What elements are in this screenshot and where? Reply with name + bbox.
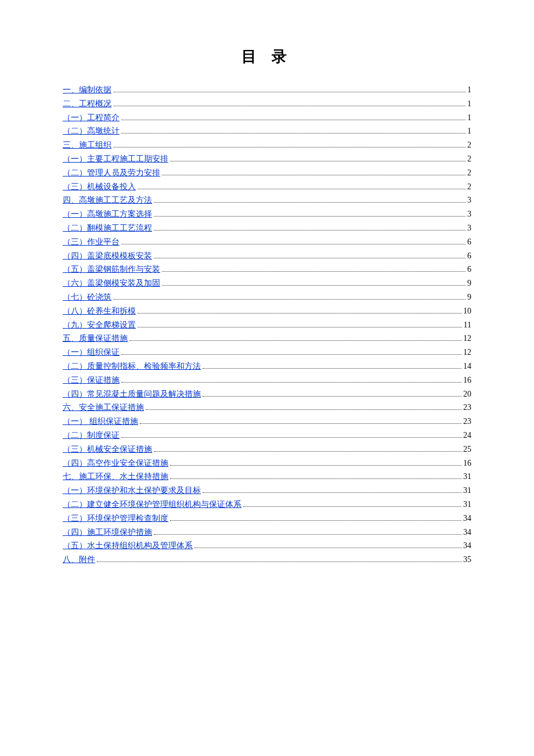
toc-link[interactable]: （三）机械设备投入 — [63, 180, 136, 194]
toc-link[interactable]: 一、编制依据 — [63, 83, 111, 97]
toc-link[interactable]: （四）常见混凝土质量问题及解决措施 — [63, 387, 201, 401]
toc-link[interactable]: （一）环境保护和水土保护要求及目标 — [63, 484, 201, 498]
toc-link[interactable]: （三）机械安全保证措施 — [63, 442, 152, 456]
toc-leader-dots — [138, 189, 466, 189]
toc-leader-dots — [170, 161, 466, 161]
toc-link[interactable]: （二）高墩统计 — [63, 124, 120, 138]
page-title: 目 录 — [63, 46, 471, 67]
toc-leader-dots — [203, 368, 461, 369]
toc-link[interactable]: （五）水土保持组织机构及管理体系 — [63, 539, 193, 553]
toc-leader-dots — [113, 106, 466, 106]
toc-page-number: 9 — [467, 276, 471, 290]
toc-link[interactable]: 三、施工组织 — [63, 138, 111, 152]
toc-leader-dots — [203, 492, 461, 493]
toc-page-number: 23 — [463, 415, 471, 429]
toc-link[interactable]: （九）安全爬梯设置 — [63, 318, 136, 332]
toc-link[interactable]: 七、施工环保、水土保持措施 — [63, 470, 168, 484]
toc-leader-dots — [154, 216, 466, 217]
toc-entry: （一）组织保证12 — [63, 345, 471, 359]
toc-page-number: 12 — [463, 332, 471, 345]
toc-link[interactable]: （五）盖梁钢筋制作与安装 — [63, 262, 160, 276]
toc-link[interactable]: （四）施工环境保护措施 — [63, 525, 152, 539]
toc-leader-dots — [162, 271, 466, 272]
toc-link[interactable]: （一）高墩施工方案选择 — [63, 207, 152, 221]
toc-entry: 三、施工组织2 — [63, 138, 471, 152]
toc-entry: （四）常见混凝土质量问题及解决措施20 — [63, 387, 471, 401]
toc-leader-dots — [113, 299, 466, 300]
toc-link[interactable]: （一） 组织保证措施 — [63, 415, 138, 429]
toc-link[interactable]: （七）砼浇筑 — [63, 290, 111, 304]
toc-entry: 五、质量保证措施12 — [63, 332, 471, 345]
toc-leader-dots — [121, 133, 466, 134]
toc-page-number: 34 — [463, 525, 471, 539]
toc-leader-dots — [154, 258, 466, 258]
toc-leader-dots — [154, 451, 461, 452]
toc-entry: （二）管理人员及劳力安排2 — [63, 166, 471, 180]
toc-page-number: 31 — [463, 470, 471, 484]
toc-link[interactable]: （三）作业平台 — [63, 235, 120, 249]
toc-page-number: 24 — [463, 429, 471, 442]
toc-entry: 一、编制依据1 — [63, 83, 471, 97]
toc-link[interactable]: （二）制度保证 — [63, 429, 120, 442]
toc-page-number: 34 — [463, 512, 471, 525]
toc-page-number: 6 — [467, 249, 471, 263]
toc-link[interactable]: （八）砼养生和拆模 — [63, 304, 136, 318]
toc-entry: （四）施工环境保护措施34 — [63, 525, 471, 539]
toc-entry: （二）制度保证24 — [63, 429, 471, 442]
toc-page-number: 11 — [464, 318, 471, 332]
toc-page-number: 6 — [467, 235, 471, 249]
toc-page-number: 2 — [467, 166, 471, 180]
toc-link[interactable]: （二）建立健全环境保护管理组织机构与保证体系 — [63, 498, 241, 512]
toc-link[interactable]: （一）工程简介 — [63, 111, 120, 125]
toc-leader-dots — [162, 175, 466, 175]
toc-entry: 八、附件35 — [63, 553, 471, 567]
toc-link[interactable]: 二、工程概况 — [63, 97, 111, 111]
toc-entry: （五）盖梁钢筋制作与安装6 — [63, 262, 471, 276]
toc-entry: 六、安全施工保证措施23 — [63, 401, 471, 415]
toc-entry: （六）盖梁侧模安装及加固9 — [63, 276, 471, 290]
toc-entry: （三）环境保护管理检查制度34 — [63, 512, 471, 525]
toc-page-number: 25 — [463, 442, 471, 456]
toc-page-number: 1 — [467, 83, 471, 97]
toc-entry: （五）水土保持组织机构及管理体系34 — [63, 539, 471, 553]
toc-link[interactable]: （三）环境保护管理检查制度 — [63, 512, 168, 525]
table-of-contents: 一、编制依据1二、工程概况1（一）工程简介1（二）高墩统计1三、施工组织2（一）… — [63, 83, 471, 567]
toc-link[interactable]: （一）主要工程施工工期安排 — [63, 152, 168, 166]
toc-link[interactable]: （三）保证措施 — [63, 373, 120, 387]
toc-entry: （二）翻模施工工艺流程3 — [63, 221, 471, 235]
toc-entry: （一） 组织保证措施23 — [63, 415, 471, 429]
toc-page-number: 9 — [467, 290, 471, 304]
toc-link[interactable]: 八、附件 — [63, 553, 95, 567]
toc-page-number: 14 — [463, 359, 471, 373]
toc-link[interactable]: （四）盖梁底模模板安装 — [63, 249, 152, 263]
toc-entry: 七、施工环保、水土保持措施31 — [63, 470, 471, 484]
toc-leader-dots — [121, 120, 466, 120]
toc-page-number: 3 — [467, 193, 471, 207]
toc-leader-dots — [138, 313, 461, 314]
toc-link[interactable]: （二）管理人员及劳力安排 — [63, 166, 160, 180]
toc-link[interactable]: 五、质量保证措施 — [63, 332, 128, 345]
toc-entry: （二）高墩统计1 — [63, 124, 471, 138]
toc-page-number: 1 — [467, 97, 471, 111]
toc-entry: （一）主要工程施工工期安排2 — [63, 152, 471, 166]
toc-leader-dots — [194, 548, 461, 548]
toc-page-number: 12 — [463, 345, 471, 359]
toc-entry: （一）环境保护和水土保护要求及目标31 — [63, 484, 471, 498]
toc-link[interactable]: （一）组织保证 — [63, 345, 120, 359]
toc-link[interactable]: （二）翻模施工工艺流程 — [63, 221, 152, 235]
toc-leader-dots — [146, 409, 461, 410]
toc-page-number: 6 — [467, 262, 471, 276]
toc-entry: （二）质量控制指标、检验频率和方法14 — [63, 359, 471, 373]
toc-page-number: 16 — [463, 456, 471, 470]
toc-link[interactable]: （六）盖梁侧模安装及加固 — [63, 276, 160, 290]
toc-link[interactable]: （二）质量控制指标、检验频率和方法 — [63, 359, 201, 373]
toc-link[interactable]: （四）高空作业安全保证措施 — [63, 456, 168, 470]
toc-link[interactable]: 六、安全施工保证措施 — [63, 401, 144, 415]
toc-leader-dots — [154, 534, 461, 535]
toc-link[interactable]: 四、高墩施工工艺及方法 — [63, 193, 152, 207]
toc-page-number: 31 — [463, 484, 471, 498]
toc-page-number: 20 — [463, 387, 471, 401]
toc-page-number: 35 — [463, 553, 471, 567]
toc-leader-dots — [243, 506, 461, 507]
toc-page-number: 23 — [463, 401, 471, 415]
